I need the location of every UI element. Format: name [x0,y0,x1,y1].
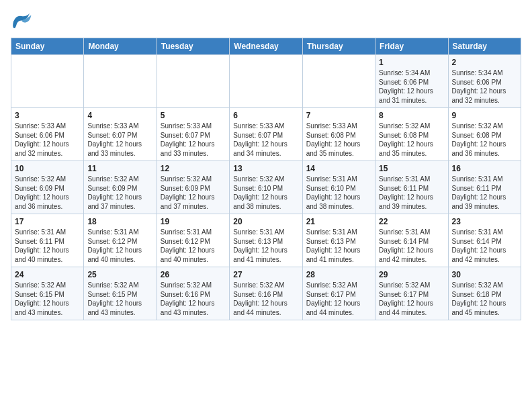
logo-bird-icon [11,11,32,30]
calendar-cell-5-2: 25Sunrise: 5:32 AM Sunset: 6:15 PM Dayli… [84,267,157,320]
day-number: 8 [379,111,444,120]
day-info: Sunrise: 5:32 AM Sunset: 6:15 PM Dayligh… [15,281,80,317]
day-info: Sunrise: 5:31 AM Sunset: 6:11 PM Dayligh… [379,175,444,211]
day-number: 13 [233,164,298,173]
day-number: 3 [15,111,80,120]
calendar-header-sunday: Sunday [11,38,84,55]
day-number: 21 [306,217,371,226]
day-info: Sunrise: 5:32 AM Sunset: 6:16 PM Dayligh… [233,281,298,317]
day-info: Sunrise: 5:32 AM Sunset: 6:09 PM Dayligh… [87,175,152,211]
day-info: Sunrise: 5:34 AM Sunset: 6:06 PM Dayligh… [379,68,444,105]
calendar-cell-2-6: 8Sunrise: 5:32 AM Sunset: 6:08 PM Daylig… [375,108,448,161]
day-number: 20 [233,217,298,226]
calendar-week-3: 10Sunrise: 5:32 AM Sunset: 6:09 PM Dayli… [11,161,521,214]
calendar-cell-2-2: 4Sunrise: 5:33 AM Sunset: 6:07 PM Daylig… [84,108,157,161]
day-info: Sunrise: 5:32 AM Sunset: 6:17 PM Dayligh… [379,281,444,317]
day-number: 30 [452,270,517,279]
calendar-header-monday: Monday [84,38,157,55]
day-number: 28 [306,270,371,279]
calendar-header-wednesday: Wednesday [230,38,302,55]
day-number: 4 [87,111,152,120]
calendar-header-friday: Friday [375,38,448,55]
day-number: 22 [379,217,444,226]
calendar-cell-5-1: 24Sunrise: 5:32 AM Sunset: 6:15 PM Dayli… [11,267,84,320]
calendar-cell-5-3: 26Sunrise: 5:32 AM Sunset: 6:16 PM Dayli… [157,267,229,320]
day-number: 6 [233,111,298,120]
day-info: Sunrise: 5:32 AM Sunset: 6:18 PM Dayligh… [452,281,517,317]
day-info: Sunrise: 5:32 AM Sunset: 6:08 PM Dayligh… [379,122,444,158]
calendar-cell-3-6: 15Sunrise: 5:31 AM Sunset: 6:11 PM Dayli… [375,161,448,214]
page-header [11,11,521,30]
calendar-cell-2-4: 6Sunrise: 5:33 AM Sunset: 6:07 PM Daylig… [230,108,302,161]
day-number: 7 [306,111,371,120]
calendar-cell-2-5: 7Sunrise: 5:33 AM Sunset: 6:08 PM Daylig… [302,108,375,161]
calendar-cell-2-3: 5Sunrise: 5:33 AM Sunset: 6:07 PM Daylig… [157,108,229,161]
calendar-cell-4-1: 17Sunrise: 5:31 AM Sunset: 6:11 PM Dayli… [11,214,84,267]
day-info: Sunrise: 5:31 AM Sunset: 6:12 PM Dayligh… [87,228,152,264]
calendar-cell-1-5 [302,55,375,108]
calendar-cell-1-2 [84,55,157,108]
day-info: Sunrise: 5:31 AM Sunset: 6:13 PM Dayligh… [233,228,298,264]
calendar-cell-1-6: 1Sunrise: 5:34 AM Sunset: 6:06 PM Daylig… [375,55,448,108]
calendar-header-tuesday: Tuesday [157,38,229,55]
calendar-cell-4-6: 22Sunrise: 5:31 AM Sunset: 6:14 PM Dayli… [375,214,448,267]
calendar-cell-3-5: 14Sunrise: 5:31 AM Sunset: 6:10 PM Dayli… [302,161,375,214]
calendar-week-1: 1Sunrise: 5:34 AM Sunset: 6:06 PM Daylig… [11,55,521,108]
calendar-cell-1-7: 2Sunrise: 5:34 AM Sunset: 6:06 PM Daylig… [448,55,521,108]
calendar-cell-4-3: 19Sunrise: 5:31 AM Sunset: 6:12 PM Dayli… [157,214,229,267]
calendar-cell-1-3 [157,55,229,108]
calendar-cell-1-4 [230,55,302,108]
day-info: Sunrise: 5:32 AM Sunset: 6:08 PM Dayligh… [452,122,517,158]
calendar-cell-5-4: 27Sunrise: 5:32 AM Sunset: 6:16 PM Dayli… [230,267,302,320]
day-number: 29 [379,270,444,279]
calendar-header-row: SundayMondayTuesdayWednesdayThursdayFrid… [11,38,521,55]
calendar-cell-3-7: 16Sunrise: 5:31 AM Sunset: 6:11 PM Dayli… [448,161,521,214]
day-number: 23 [452,217,517,226]
calendar-cell-4-2: 18Sunrise: 5:31 AM Sunset: 6:12 PM Dayli… [84,214,157,267]
day-info: Sunrise: 5:31 AM Sunset: 6:14 PM Dayligh… [452,228,517,264]
day-number: 15 [379,164,444,173]
day-info: Sunrise: 5:34 AM Sunset: 6:06 PM Dayligh… [452,68,517,105]
calendar-cell-4-7: 23Sunrise: 5:31 AM Sunset: 6:14 PM Dayli… [448,214,521,267]
calendar-cell-3-2: 11Sunrise: 5:32 AM Sunset: 6:09 PM Dayli… [84,161,157,214]
day-number: 24 [15,270,80,279]
day-number: 26 [161,270,226,279]
day-info: Sunrise: 5:33 AM Sunset: 6:06 PM Dayligh… [15,122,80,158]
day-number: 19 [161,217,226,226]
day-info: Sunrise: 5:31 AM Sunset: 6:12 PM Dayligh… [161,228,226,264]
day-info: Sunrise: 5:33 AM Sunset: 6:08 PM Dayligh… [306,122,371,158]
day-info: Sunrise: 5:32 AM Sunset: 6:09 PM Dayligh… [15,175,80,211]
day-info: Sunrise: 5:33 AM Sunset: 6:07 PM Dayligh… [233,122,298,158]
calendar-week-4: 17Sunrise: 5:31 AM Sunset: 6:11 PM Dayli… [11,214,521,267]
day-info: Sunrise: 5:31 AM Sunset: 6:11 PM Dayligh… [15,228,80,264]
day-info: Sunrise: 5:31 AM Sunset: 6:14 PM Dayligh… [379,228,444,264]
day-info: Sunrise: 5:32 AM Sunset: 6:10 PM Dayligh… [233,175,298,211]
day-info: Sunrise: 5:33 AM Sunset: 6:07 PM Dayligh… [161,122,226,158]
day-number: 11 [87,164,152,173]
calendar-cell-2-1: 3Sunrise: 5:33 AM Sunset: 6:06 PM Daylig… [11,108,84,161]
calendar-cell-4-4: 20Sunrise: 5:31 AM Sunset: 6:13 PM Dayli… [230,214,302,267]
calendar-week-5: 24Sunrise: 5:32 AM Sunset: 6:15 PM Dayli… [11,267,521,320]
calendar-cell-5-6: 29Sunrise: 5:32 AM Sunset: 6:17 PM Dayli… [375,267,448,320]
calendar-table: SundayMondayTuesdayWednesdayThursdayFrid… [11,38,521,320]
day-number: 27 [233,270,298,279]
day-number: 18 [87,217,152,226]
calendar-header-saturday: Saturday [448,38,521,55]
calendar-cell-3-4: 13Sunrise: 5:32 AM Sunset: 6:10 PM Dayli… [230,161,302,214]
day-info: Sunrise: 5:32 AM Sunset: 6:09 PM Dayligh… [161,175,226,211]
day-number: 10 [15,164,80,173]
day-number: 16 [452,164,517,173]
day-number: 14 [306,164,371,173]
day-number: 9 [452,111,517,120]
day-info: Sunrise: 5:32 AM Sunset: 6:16 PM Dayligh… [161,281,226,317]
day-number: 17 [15,217,80,226]
calendar-cell-5-7: 30Sunrise: 5:32 AM Sunset: 6:18 PM Dayli… [448,267,521,320]
day-number: 1 [379,58,444,67]
day-info: Sunrise: 5:33 AM Sunset: 6:07 PM Dayligh… [87,122,152,158]
day-number: 5 [161,111,226,120]
day-number: 2 [452,58,517,67]
calendar-cell-4-5: 21Sunrise: 5:31 AM Sunset: 6:13 PM Dayli… [302,214,375,267]
day-number: 12 [161,164,226,173]
calendar-cell-5-5: 28Sunrise: 5:32 AM Sunset: 6:17 PM Dayli… [302,267,375,320]
calendar-cell-3-3: 12Sunrise: 5:32 AM Sunset: 6:09 PM Dayli… [157,161,229,214]
